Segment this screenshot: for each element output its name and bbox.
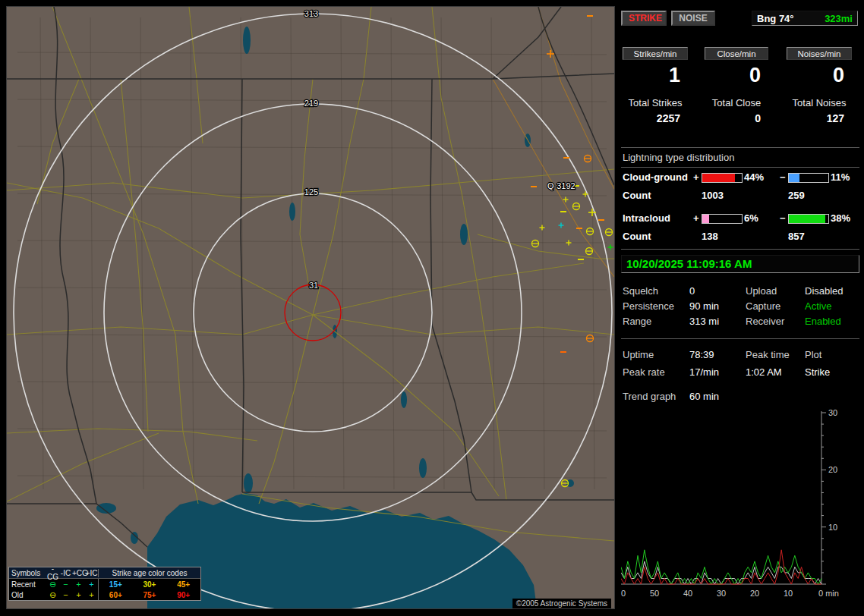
peak-rate-value: 17/min (689, 366, 719, 378)
legend-row-recent: Recent ⊖ − + + 15+ 30+ 45+ (9, 579, 200, 589)
legend-ages-row2: 60+ 75+ 90+ (98, 589, 200, 600)
total-noises-label: Total Noises (787, 97, 852, 108)
legend-row-old: Old ⊖ − + + 60+ 75+ 90+ (9, 589, 200, 600)
count-label: Count (623, 190, 651, 201)
cg-negative-pct: 11% (831, 171, 850, 183)
cloud-ground-count-row: Count 1003 259 (620, 190, 861, 203)
capture-label: Capture (746, 300, 780, 312)
receiver-status: Enabled (805, 316, 841, 327)
uptime-value: 78:39 (689, 349, 714, 360)
close-per-min-box[interactable]: Close/min (705, 47, 768, 60)
noises-per-min-value: 0 (787, 64, 852, 86)
age-45: 45+ (177, 580, 190, 589)
ic-positive-count: 138 (702, 231, 718, 242)
noises-per-min-box[interactable]: Noises/min (787, 47, 852, 60)
total-noises-value: 127 (787, 112, 852, 124)
age-90: 90+ (177, 591, 190, 599)
cg-negative-count: 259 (788, 190, 805, 201)
peak-time-value: 1:02 AM (746, 366, 782, 378)
ic-negative-pct: 38% (831, 212, 850, 224)
trend-window-value: 60 min (689, 391, 719, 402)
copyright-text: ©2005 Astrogenic Systems (512, 599, 611, 608)
legend-col-cg-pos: +CG (72, 569, 85, 577)
cg-positive-pct: 44% (744, 171, 764, 183)
age-30: 30+ (143, 580, 156, 589)
trend-label-row: Trend graph 60 min (620, 391, 861, 404)
bearing-range-value: 323mi (825, 13, 853, 24)
legend-header: Symbols -CG -IC +CG +IC Strike age color… (9, 567, 200, 579)
ring-label-313: 313 (304, 9, 318, 18)
range-value: 313 mi (689, 316, 719, 327)
stats-row-1: Uptime 78:39 Peak time Plot (620, 349, 861, 363)
noise-button[interactable]: NOISE (671, 11, 715, 26)
minus-sign: − (780, 212, 786, 224)
close-per-min-value: 0 (705, 64, 768, 86)
status-row-squelch: Squelch 0 Upload Disabled (620, 285, 861, 299)
total-strikes-label: Total Strikes (623, 97, 688, 108)
legend-col-cg-neg: -CG (46, 564, 59, 581)
separator (621, 147, 859, 148)
cg-pos-recent-icon: + (72, 580, 85, 588)
squelch-label: Squelch (623, 285, 658, 297)
intracloud-count-row: Count 138 857 (620, 231, 861, 244)
age-15: 15+ (109, 580, 122, 589)
status-row-range: Range 313 mi Receiver Enabled (620, 316, 861, 329)
ring-label-219: 219 (304, 99, 318, 108)
separator (621, 167, 859, 168)
ic-positive-pct: 6% (744, 212, 758, 224)
range-label: Range (623, 316, 651, 327)
ic-positive-bar-fill (702, 215, 709, 223)
cg-positive-bar (702, 173, 743, 183)
intracloud-row: Intracloud + 6% − 38% (620, 212, 861, 226)
strike-button[interactable]: STRIKE (621, 11, 667, 26)
symbol-legend: Symbols -CG -IC +CG +IC Strike age color… (8, 567, 201, 601)
receiver-label: Receiver (746, 316, 784, 327)
minus-sign: − (780, 171, 786, 183)
legend-old-label: Old (9, 591, 46, 599)
svg-text:10: 10 (784, 589, 793, 598)
ic-negative-bar (788, 214, 829, 224)
svg-text:50: 50 (650, 589, 659, 598)
cg-neg-old-icon: ⊖ (46, 591, 59, 599)
cg-pos-old-icon: + (72, 591, 85, 599)
legend-col-ic-neg: -IC (59, 569, 72, 577)
separator (621, 249, 859, 250)
legend-symbols-title: Symbols (9, 569, 46, 577)
plus-sign: + (693, 212, 699, 224)
svg-text:40: 40 (683, 589, 692, 598)
strikes-per-min-value: 1 (623, 64, 688, 86)
age-60: 60+ (109, 591, 122, 599)
plot-label: Plot (805, 349, 821, 360)
ic-pos-recent-icon: + (85, 580, 98, 588)
ic-neg-old-icon: − (59, 591, 72, 599)
plus-sign: + (693, 171, 699, 183)
total-strikes-value: 2257 (623, 112, 688, 124)
upload-status: Disabled (805, 285, 844, 297)
count-label: Count (623, 231, 651, 242)
squelch-value: 0 (689, 285, 695, 297)
map-canvas[interactable]: 313 219 125 31 Q-3192 (7, 7, 614, 608)
svg-text:30: 30 (717, 589, 726, 598)
legend-recent-label: Recent (9, 580, 46, 589)
cg-negative-bar-fill (789, 174, 799, 182)
cg-positive-bar-fill (702, 174, 735, 182)
peak-rate-label: Peak rate (623, 366, 665, 378)
storm-cell-label: Q-3192 (547, 181, 575, 190)
ic-negative-count: 857 (788, 231, 805, 242)
strikes-per-min-box[interactable]: Strikes/min (623, 47, 688, 60)
uptime-label: Uptime (623, 349, 654, 360)
ic-pos-old-icon: + (85, 591, 98, 599)
trend-series-total (621, 561, 821, 584)
top-button-row: STRIKE NOISE Bng 74° 323mi (620, 11, 861, 26)
lightning-map[interactable]: 313 219 125 31 Q-3192 Symbols -CG -IC +C… (6, 6, 615, 609)
status-row-persistence: Persistence 90 min Capture Active (620, 300, 861, 314)
bearing-value: Bng 74° (757, 13, 794, 24)
svg-text:0 min: 0 min (818, 589, 839, 598)
cg-negative-bar (788, 173, 829, 183)
ring-label-31: 31 (309, 281, 318, 290)
total-close-value: 0 (705, 112, 768, 124)
intracloud-label: Intracloud (623, 212, 670, 224)
datetime-display: 10/20/2025 11:09:16 AM (621, 255, 859, 273)
control-panel: STRIKE NOISE Bng 74° 323mi Strikes/min C… (620, 8, 861, 610)
upload-label: Upload (746, 285, 777, 297)
